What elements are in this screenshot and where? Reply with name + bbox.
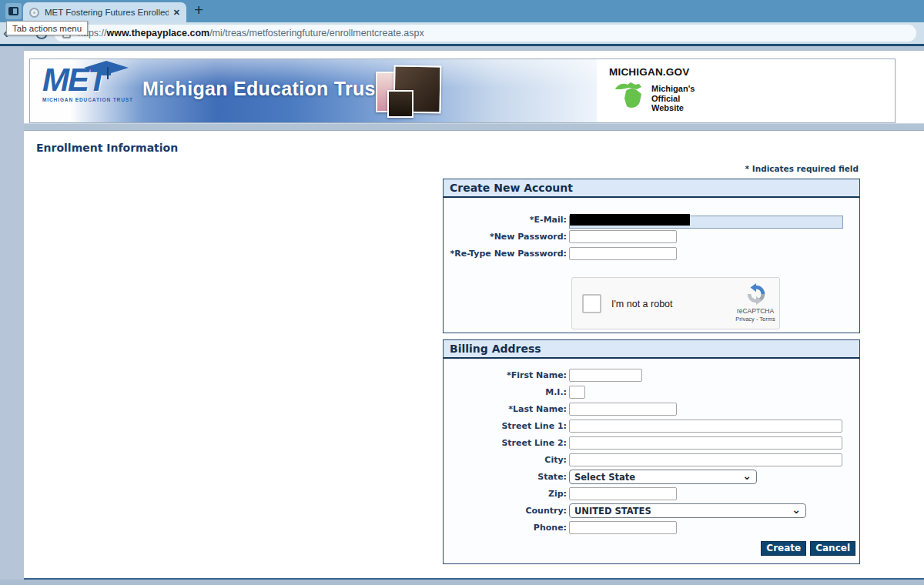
required-field-note: * Indicates required field bbox=[628, 164, 859, 173]
met-caption: MICHIGAN EDUCATION TRUST bbox=[42, 97, 158, 102]
page-bottom-band bbox=[0, 580, 924, 585]
form-row-first-name: *First Name: bbox=[444, 369, 859, 382]
retype-password-input[interactable] bbox=[569, 247, 677, 260]
address-bar[interactable]: https://www.thepayplace.com/mi/treas/met… bbox=[54, 25, 916, 42]
browser-tab[interactable]: MET Fostering Futures Enrolled - ✕ bbox=[23, 2, 186, 22]
zip-input[interactable] bbox=[569, 487, 677, 500]
url-domain: www.thepayplace.com bbox=[107, 28, 210, 38]
street-line1-input[interactable] bbox=[569, 420, 842, 433]
recaptcha-checkbox[interactable] bbox=[582, 294, 601, 313]
zip-label: Zip: bbox=[444, 489, 569, 499]
retype-password-label: *Re-Type New Password: bbox=[444, 249, 569, 259]
form-row-zip: Zip: bbox=[444, 487, 859, 500]
email-field-wrap bbox=[569, 213, 843, 226]
recaptcha-logo-icon bbox=[745, 282, 768, 306]
middle-initial-input[interactable] bbox=[569, 386, 585, 399]
michigan-gov-title: MICHIGAN.GOV bbox=[609, 66, 748, 78]
banner-title: Michigan Education Trust bbox=[142, 78, 382, 100]
tab-actions-menu-button[interactable] bbox=[5, 3, 22, 19]
new-tab-button[interactable]: + bbox=[194, 1, 203, 19]
billing-address-header: Billing Address bbox=[444, 340, 859, 359]
tagline-line3: Website bbox=[651, 103, 695, 113]
street1-label: Street Line 1: bbox=[444, 421, 569, 431]
form-row-city: City: bbox=[444, 453, 859, 466]
street-line2-input[interactable] bbox=[569, 436, 842, 450]
banner-photo bbox=[387, 90, 413, 118]
site-header: MET MICHIGAN EDUCATION TRUST Michigan Ed… bbox=[29, 58, 896, 123]
city-label: City: bbox=[444, 455, 569, 465]
recaptcha-brand: reCAPTCHA bbox=[732, 307, 779, 315]
tab-close-icon[interactable]: ✕ bbox=[173, 8, 180, 18]
tagline-line2: Official bbox=[651, 94, 695, 104]
tagline-line1: Michigan's bbox=[651, 84, 695, 94]
met-banner: MET MICHIGAN EDUCATION TRUST Michigan Ed… bbox=[30, 59, 597, 122]
browser-titlebar: MET Fostering Futures Enrolled - ✕ + bbox=[0, 0, 924, 22]
email-label: *E-Mail: bbox=[444, 215, 569, 225]
new-password-input[interactable] bbox=[569, 230, 677, 243]
cancel-button[interactable]: Cancel bbox=[810, 541, 855, 556]
met-logo: MET MICHIGAN EDUCATION TRUST bbox=[42, 62, 158, 119]
url-path: /mi/treas/metfosteringfuture/enrollmentc… bbox=[209, 28, 424, 38]
michigan-gov-logo: MICHIGAN.GOV Michigan's Official Website bbox=[609, 66, 748, 113]
chevron-down-icon: ⌄ bbox=[742, 473, 752, 479]
tab-favicon-icon bbox=[29, 8, 39, 18]
tab-actions-tooltip: Tab actions menu bbox=[6, 21, 88, 35]
chevron-down-icon: ⌄ bbox=[792, 506, 801, 513]
phone-label: Phone: bbox=[444, 523, 569, 533]
create-button[interactable]: Create bbox=[761, 541, 806, 556]
form-row-country: Country: UNITED STATES ⌄ bbox=[444, 504, 859, 517]
last-name-label: *Last Name: bbox=[444, 404, 569, 414]
phone-input[interactable] bbox=[569, 521, 677, 534]
page-title: Enrollment Information bbox=[36, 142, 178, 154]
form-row-phone: Phone: bbox=[444, 521, 859, 534]
last-name-input[interactable] bbox=[569, 403, 677, 416]
form-row-new-password: *New Password: bbox=[444, 230, 859, 243]
browser-navbar: ‹ https://www.thepayplace.com/mi/treas/m… bbox=[0, 22, 924, 44]
tab-actions-icon bbox=[8, 7, 18, 15]
tab-title: MET Fostering Futures Enrolled - bbox=[45, 8, 169, 17]
header-divider-band bbox=[24, 123, 924, 131]
redaction-overlay bbox=[570, 214, 690, 226]
page-top-band bbox=[0, 46, 924, 51]
browser-window: MET Fostering Futures Enrolled - ✕ + ‹ h… bbox=[0, 0, 924, 585]
country-selected-value: UNITED STATES bbox=[574, 506, 651, 516]
create-account-header: Create New Account bbox=[444, 179, 859, 198]
mi-label: M.I.: bbox=[444, 387, 569, 397]
new-password-label: *New Password: bbox=[444, 232, 569, 242]
recaptcha-privacy-terms-links[interactable]: Privacy - Terms bbox=[732, 316, 779, 323]
page-left-margin bbox=[0, 46, 24, 580]
graduation-cap-icon bbox=[79, 60, 133, 80]
state-select[interactable]: Select State ⌄ bbox=[569, 470, 757, 484]
recaptcha-widget: I'm not a robot reCAPTCHA Privacy - Term… bbox=[571, 277, 780, 329]
form-row-last-name: *Last Name: bbox=[444, 403, 859, 416]
michigan-state-icon bbox=[614, 79, 648, 111]
form-row-state: State: Select State ⌄ bbox=[444, 470, 859, 483]
first-name-input[interactable] bbox=[569, 369, 642, 382]
form-row-street1: Street Line 1: bbox=[444, 420, 859, 433]
city-input[interactable] bbox=[569, 453, 842, 466]
form-row-mi: M.I.: bbox=[444, 386, 859, 399]
first-name-label: *First Name: bbox=[444, 370, 569, 380]
create-account-panel: Create New Account *E-Mail: *New Passwor… bbox=[443, 179, 860, 333]
country-select[interactable]: UNITED STATES ⌄ bbox=[569, 503, 806, 518]
form-row-email: *E-Mail: bbox=[444, 213, 859, 226]
street2-label: Street Line 2: bbox=[444, 438, 569, 448]
form-row-street2: Street Line 2: bbox=[444, 436, 859, 450]
michigan-gov-tagline: Michigan's Official Website bbox=[651, 84, 695, 113]
form-row-retype-password: *Re-Type New Password: bbox=[444, 247, 859, 260]
billing-address-panel: Billing Address *First Name: M.I.: *Last… bbox=[443, 339, 860, 564]
recaptcha-label: I'm not a robot bbox=[611, 299, 673, 309]
url-text: https://www.thepayplace.com/mi/treas/met… bbox=[78, 28, 424, 38]
state-selected-value: Select State bbox=[574, 472, 635, 483]
form-actions: Create Cancel bbox=[444, 541, 855, 556]
state-label: State: bbox=[444, 472, 569, 482]
country-label: Country: bbox=[444, 506, 569, 516]
